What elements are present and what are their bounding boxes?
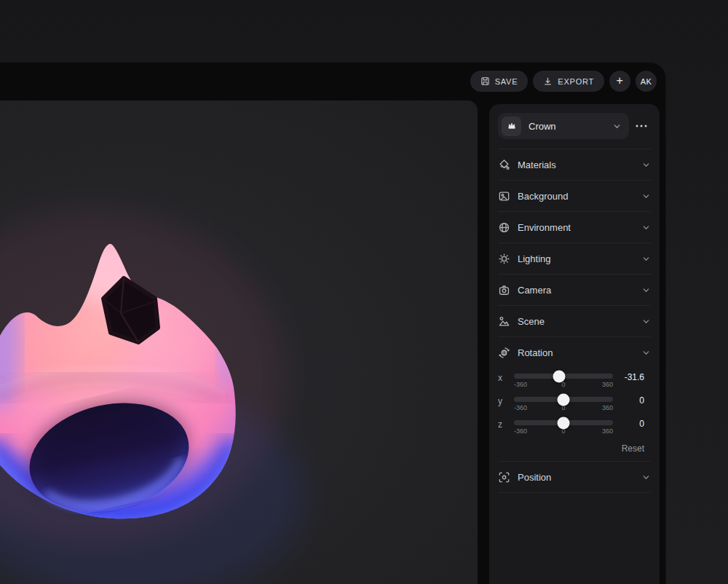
axis-label: x: [498, 371, 514, 383]
section-label: Position: [518, 472, 641, 483]
export-icon: [543, 76, 553, 86]
object-selector-value: Crown: [529, 121, 612, 132]
rotation-x-row: x -360 0 360 -31.6: [498, 371, 651, 394]
lighting-icon: [498, 253, 510, 265]
chevron-down-icon: [641, 473, 651, 482]
section-scene[interactable]: Scene: [498, 306, 651, 336]
chevron-down-icon: [612, 122, 622, 131]
section-label: Environment: [518, 222, 641, 233]
position-icon: [498, 471, 510, 484]
settings-sidebar: Crown Materials: [489, 104, 660, 584]
camera-icon: [498, 284, 510, 296]
chevron-down-icon: [641, 285, 651, 295]
section-background[interactable]: Background: [498, 181, 651, 211]
reset-rotation-button[interactable]: Reset: [622, 443, 644, 454]
slider-thumb[interactable]: [553, 370, 566, 382]
rotation-icon: [498, 347, 510, 359]
chevron-down-icon: [641, 223, 651, 232]
slider-ticks: -360 0 360: [514, 381, 613, 388]
chevron-down-icon: [641, 192, 651, 201]
section-camera[interactable]: Camera: [498, 275, 651, 305]
section-lighting[interactable]: Lighting: [498, 243, 651, 274]
rotation-x-slider[interactable]: [514, 374, 613, 379]
section-label: Background: [518, 191, 641, 202]
toolbar: SAVE EXPORT + AK: [0, 62, 666, 100]
save-label: SAVE: [495, 77, 518, 86]
rotation-z-value: 0: [613, 417, 651, 429]
section-label: Rotation: [518, 347, 641, 358]
divider: [498, 492, 651, 493]
section-position[interactable]: Position: [498, 462, 651, 492]
section-label: Lighting: [518, 253, 641, 264]
rotation-y-value: 0: [613, 394, 651, 406]
chevron-down-icon: [641, 254, 651, 264]
viewport-3d[interactable]: [0, 100, 478, 584]
crown-icon: [502, 117, 521, 136]
section-rotation[interactable]: Rotation: [498, 337, 651, 368]
section-label: Camera: [518, 285, 641, 296]
section-label: Scene: [518, 316, 641, 327]
section-label: Materials: [518, 159, 641, 170]
object-selector[interactable]: Crown: [498, 113, 629, 139]
ellipsis-icon: [636, 125, 647, 127]
rotation-y-slider[interactable]: [514, 397, 613, 402]
save-icon: [480, 76, 490, 86]
avatar-initials: AK: [641, 77, 652, 86]
rotation-z-slider[interactable]: [514, 420, 613, 425]
axis-label: y: [498, 394, 514, 406]
rotation-y-row: y -360 0 360 0: [498, 394, 651, 417]
rotation-sliders: x -360 0 360 -31.6 y: [498, 368, 651, 461]
rotation-x-value: -31.6: [613, 371, 651, 382]
axis-label: z: [498, 417, 514, 430]
chevron-down-icon: [641, 160, 651, 170]
save-button[interactable]: SAVE: [470, 71, 529, 92]
chevron-down-icon: [641, 348, 651, 358]
section-environment[interactable]: Environment: [498, 212, 651, 242]
crown-3d-object[interactable]: [0, 100, 478, 584]
plus-icon: +: [617, 74, 624, 87]
materials-icon: [498, 159, 510, 171]
rotation-z-row: z -360 0 360 0: [498, 417, 651, 441]
slider-thumb[interactable]: [558, 393, 570, 406]
background-icon: [498, 190, 510, 202]
environment-icon: [498, 221, 510, 234]
app-window: SAVE EXPORT + AK: [0, 62, 666, 584]
section-materials[interactable]: Materials: [498, 149, 651, 180]
export-button[interactable]: EXPORT: [533, 71, 604, 92]
add-button[interactable]: +: [609, 71, 630, 92]
slider-thumb[interactable]: [558, 417, 570, 429]
scene-icon: [498, 315, 510, 328]
avatar-button[interactable]: AK: [636, 71, 657, 92]
more-options-button[interactable]: [632, 113, 651, 139]
export-label: EXPORT: [558, 77, 594, 86]
chevron-down-icon: [641, 317, 651, 326]
